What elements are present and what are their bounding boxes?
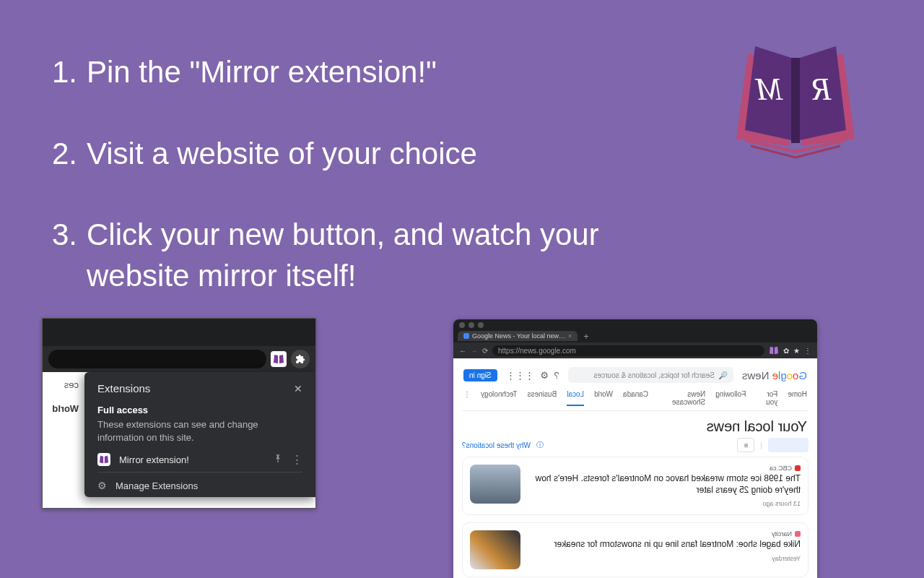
news-card[interactable]: Narcity Nike bagel shoe: Montreal fans l…: [462, 522, 808, 577]
settings-icon[interactable]: ⚙: [540, 370, 549, 381]
tab-local[interactable]: Local: [567, 390, 584, 406]
tab-title: Google News - Your local new…: [472, 332, 565, 340]
nav-forward-icon[interactable]: →: [471, 347, 478, 355]
search-placeholder: Search for topics, locations & sources: [594, 371, 715, 379]
tab-home[interactable]: Home: [788, 390, 807, 406]
source-dot-icon: [795, 531, 801, 537]
instruction-1: 1. Pin the "Mirror extension!": [52, 52, 702, 93]
nav-reload-icon[interactable]: ⟳: [482, 347, 488, 355]
tab-for-you[interactable]: For you: [756, 390, 777, 406]
source-dot-icon: [795, 465, 801, 471]
svg-marker-6: [279, 355, 284, 363]
news-tabs: Home For you Following News Showcase Can…: [462, 386, 808, 411]
traffic-light-close[interactable]: [459, 322, 465, 328]
news-time: 13 hours ago: [528, 500, 801, 507]
instructions-list: 1. Pin the "Mirror extension!" 2. Visit …: [52, 52, 702, 337]
why-locations-link[interactable]: Why these locations?: [462, 441, 531, 449]
news-time: Yesterday: [528, 555, 801, 562]
window-traffic-lights: [453, 319, 817, 329]
traffic-light-max[interactable]: [478, 322, 484, 328]
extension-row[interactable]: Mirror extension! ⋮: [97, 453, 302, 466]
pin-icon[interactable]: [273, 454, 283, 466]
news-card[interactable]: CBC.ca The 1998 ice storm wreaked havoc …: [462, 457, 808, 515]
google-news-logo[interactable]: Google News: [742, 369, 807, 381]
bookmark-star-icon[interactable]: ★: [793, 347, 800, 355]
mirror-extension-logo: M R: [731, 38, 860, 160]
url-field[interactable]: https://news.google.com: [492, 345, 764, 356]
browser-tab[interactable]: Google News - Your local new… ×: [458, 331, 578, 341]
new-tab-icon[interactable]: ＋: [582, 330, 590, 342]
info-icon[interactable]: ⓘ: [536, 440, 544, 450]
instruction-text: Click your new button, and watch your we…: [87, 215, 702, 296]
extension-name: Mirror extension!: [119, 454, 189, 465]
tab-following[interactable]: Following: [715, 390, 746, 406]
mirror-extension-toolbar-icon[interactable]: [769, 346, 779, 355]
gear-icon: ⚙: [97, 480, 107, 491]
instruction-3: 3. Click your new button, and watch your…: [52, 215, 702, 296]
extensions-puzzle-icon[interactable]: ✿: [783, 347, 789, 355]
tab-world[interactable]: World: [594, 390, 613, 406]
mirror-extension-toolbar-icon[interactable]: [271, 351, 287, 367]
svg-marker-8: [105, 456, 108, 463]
more-icon[interactable]: ⋮: [292, 453, 302, 466]
instruction-number: 2.: [52, 134, 87, 175]
browser-urlbar: ← → ⟳ https://news.google.com ✿ ★ ⋮: [453, 342, 817, 358]
extensions-popup: Extensions ✕ Full access These extension…: [84, 372, 315, 497]
news-title: Nike bagel shoe: Montreal fans line up i…: [528, 539, 801, 551]
nav-back-icon[interactable]: ←: [459, 347, 466, 355]
mirrored-page-text: ces World: [43, 372, 86, 421]
apps-icon[interactable]: ⋮⋮⋮: [506, 370, 534, 381]
tab-overflow-icon[interactable]: ⋮: [463, 390, 471, 406]
mirror-extension-small-icon: [97, 453, 110, 466]
browser-toolbar: [43, 346, 315, 372]
filter-icon[interactable]: ≡: [737, 438, 754, 452]
logo-left-letter: M: [754, 72, 783, 107]
overflow-icon[interactable]: ⋮: [804, 347, 811, 355]
news-thumbnail: [470, 465, 520, 504]
tab-showcase[interactable]: News Showcase: [658, 390, 705, 406]
traffic-light-min[interactable]: [468, 322, 474, 328]
search-icon: 🔍: [719, 371, 728, 379]
svg-marker-10: [775, 347, 778, 354]
browser-tabstrip: [43, 319, 315, 346]
tab-canada[interactable]: Canada: [623, 390, 648, 406]
news-source: Narcity: [772, 530, 792, 538]
news-title: The 1998 ice storm wreaked havoc on Mont…: [528, 473, 801, 496]
manage-extensions-row[interactable]: ⚙ Manage Extensions: [97, 472, 302, 491]
omnibox[interactable]: [48, 350, 266, 368]
svg-marker-5: [274, 355, 278, 363]
help-icon[interactable]: ?: [554, 370, 559, 381]
browser-tabbar: Google News - Your local new… × ＋: [453, 329, 817, 342]
news-header: Google News 🔍 Search for topics, locatio…: [462, 364, 808, 386]
svg-marker-9: [770, 347, 773, 354]
sign-in-button[interactable]: Sign in: [463, 369, 497, 381]
tab-favicon: [463, 333, 469, 339]
news-search[interactable]: 🔍 Search for topics, locations & sources: [568, 367, 733, 383]
svg-rect-4: [791, 58, 800, 143]
instruction-number: 3.: [52, 215, 87, 296]
popup-access-description: These extensions can see and change info…: [97, 418, 302, 444]
tab-close-icon[interactable]: ×: [568, 332, 572, 340]
mirrored-news-screenshot: Google News - Your local new… × ＋ ← → ⟳ …: [453, 319, 817, 578]
popup-access-heading: Full access: [97, 405, 302, 415]
news-source: CBC.ca: [770, 465, 792, 472]
instruction-2: 2. Visit a website of your choice: [52, 134, 702, 175]
location-chip[interactable]: [768, 438, 808, 452]
section-heading: Your local news: [463, 418, 807, 435]
instruction-number: 1.: [52, 52, 87, 93]
extensions-popup-screenshot: ces World Extensions ✕ Full access These…: [42, 318, 316, 509]
extensions-puzzle-icon[interactable]: [291, 350, 310, 368]
news-thumbnail: [470, 530, 520, 569]
close-icon[interactable]: ✕: [294, 383, 302, 394]
manage-extensions-label: Manage Extensions: [116, 480, 198, 491]
svg-marker-7: [100, 456, 103, 463]
tab-business[interactable]: Business: [528, 390, 557, 406]
tab-technology[interactable]: Technology: [481, 390, 518, 406]
logo-right-letter: R: [811, 72, 832, 107]
section-subrow: | ≡ ⓘ Why these locations?: [462, 438, 808, 452]
mirrored-page-content: Google News 🔍 Search for topics, locatio…: [453, 358, 817, 578]
instruction-text: Pin the "Mirror extension!": [87, 52, 702, 93]
header-icons: ? ⚙ ⋮⋮⋮: [506, 370, 559, 381]
popup-title: Extensions: [97, 382, 150, 394]
instruction-text: Visit a website of your choice: [87, 134, 702, 175]
